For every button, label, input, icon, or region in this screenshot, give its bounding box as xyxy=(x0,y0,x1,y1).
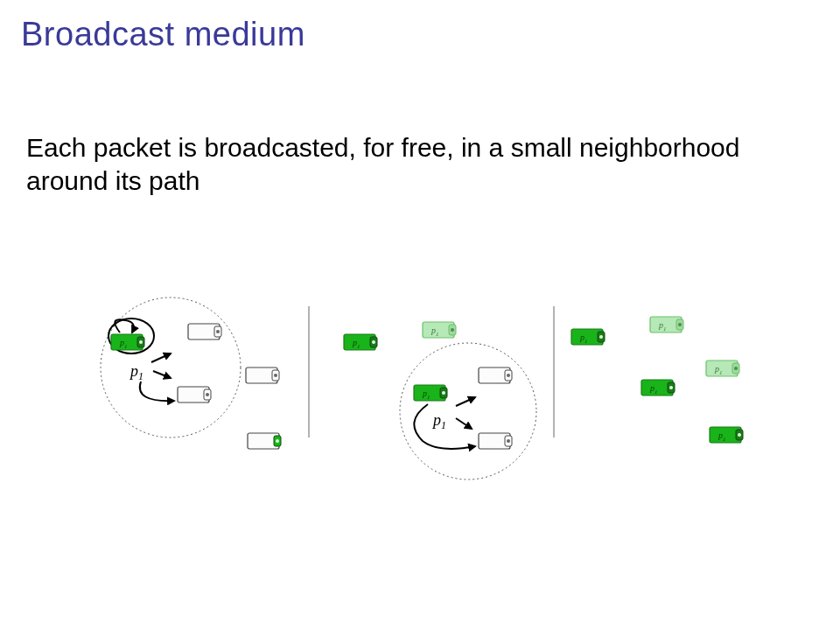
received-node xyxy=(650,317,683,332)
broadcast-diagram: p1 p1 xyxy=(83,298,757,499)
slide-body-text: Each packet is broadcasted, for free, in… xyxy=(26,131,805,197)
received-node xyxy=(423,322,456,338)
neighbor-node xyxy=(188,324,221,340)
source-node xyxy=(414,385,447,401)
panel-1: p1 xyxy=(101,298,281,449)
broadcast-arrow-icon xyxy=(456,397,475,406)
panel-3 xyxy=(571,317,743,443)
prev-source-node xyxy=(344,334,377,350)
received-node xyxy=(571,329,605,345)
slide-title: Broadcast medium xyxy=(21,16,305,53)
received-node xyxy=(641,380,675,396)
broadcast-arrow-icon xyxy=(153,371,171,378)
outside-node xyxy=(248,433,281,449)
neighbor-node xyxy=(178,387,211,402)
packet-label: p1 xyxy=(431,411,446,431)
broadcast-arrow-icon xyxy=(151,354,171,362)
outside-node xyxy=(246,368,279,383)
received-node xyxy=(710,427,743,443)
broadcast-arrow-icon xyxy=(140,382,174,401)
packet-label: p1 xyxy=(129,362,144,382)
broadcast-range-icon xyxy=(101,298,241,438)
neighbor-node xyxy=(479,368,512,383)
received-node xyxy=(706,360,739,376)
panel-2: p1 xyxy=(344,322,536,480)
source-node xyxy=(111,334,144,350)
neighbor-node xyxy=(479,433,512,449)
slide: Broadcast medium Each packet is broadcas… xyxy=(0,0,840,630)
